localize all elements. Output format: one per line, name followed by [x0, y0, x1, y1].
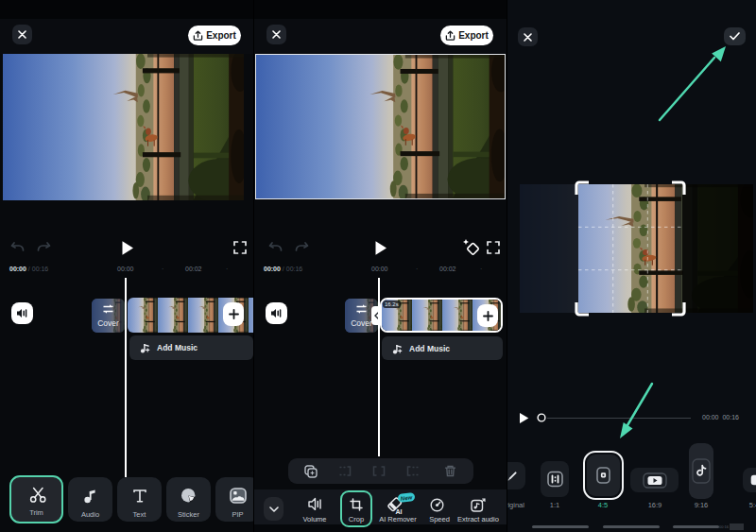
svg-text:AI: AI [396, 508, 403, 515]
